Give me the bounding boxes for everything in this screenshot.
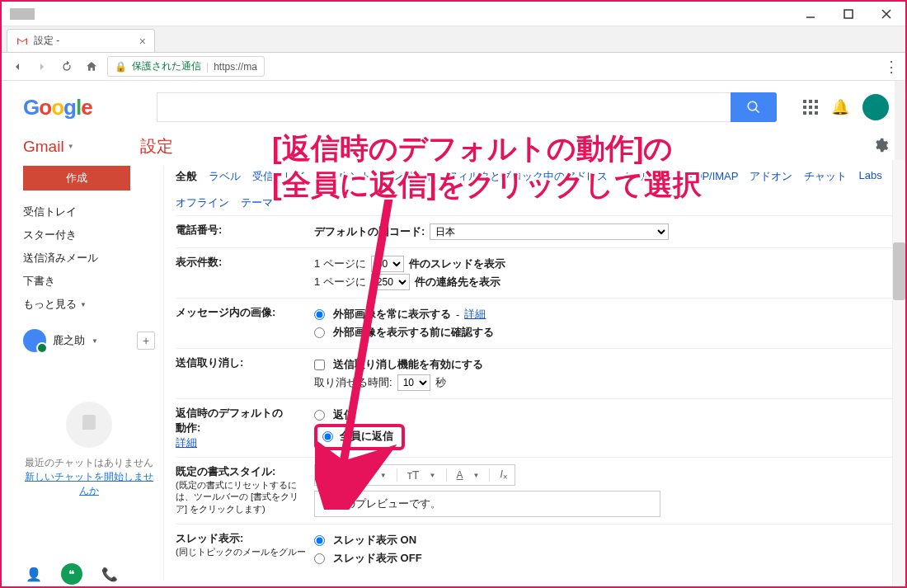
chevron-down-icon: ▼ (80, 301, 87, 308)
text: 送信取り消し機能を有効にする (333, 357, 483, 372)
browser-tab[interactable]: 設定 - × (7, 29, 155, 52)
reply-detail-link[interactable]: 詳細 (176, 436, 197, 449)
text-color-picker[interactable]: A (457, 469, 463, 481)
reload-button[interactable] (58, 58, 76, 76)
phone-icon[interactable]: 📞 (99, 563, 120, 585)
threads-per-page-select[interactable]: 50 (371, 256, 404, 272)
user-presence-avatar[interactable] (23, 329, 46, 352)
undo-send-checkbox[interactable] (314, 360, 325, 370)
setting-undo-send: 送信取り消し: 送信取り消し機能を有効にする 取り消せる時間:10秒 (176, 348, 905, 398)
google-logo[interactable]: Google (23, 95, 92, 120)
sidebar-item-drafts[interactable]: 下書き (23, 270, 155, 293)
back-button[interactable] (8, 58, 26, 76)
hangouts-footer: 👤 ❝ 📞 (23, 563, 120, 585)
setting-label: 送信取り消し: (176, 355, 314, 392)
sidebar-item-inbox[interactable]: 受信トレイ (23, 200, 155, 223)
hangouts-start-link[interactable]: 新しいチャットを開始しませんか (25, 471, 153, 496)
reply-radio[interactable] (314, 410, 325, 421)
thread-on-radio[interactable] (314, 535, 325, 546)
tab-offline[interactable]: オフライン (176, 195, 229, 210)
settings-main: 全般 ラベル 受信トレイ アカウントとインポート フィルタとブロック中のアドレス… (163, 166, 905, 581)
font-size-picker[interactable]: тT (407, 468, 420, 482)
images-detail-link[interactable]: 詳細 (464, 307, 486, 322)
address-bar[interactable]: 🔒 保護された通信 | https://ma (107, 56, 265, 77)
home-button[interactable] (82, 58, 101, 76)
gmail-search (157, 92, 777, 122)
window-close-button[interactable] (867, 2, 905, 26)
setting-label: 返信時のデフォルトの動作: 詳細 (176, 406, 314, 450)
text: スレッド表示 ON (333, 533, 416, 548)
sidebar-nav: 受信トレイ スター付き 送信済みメール 下書き もっと見る▼ (23, 200, 155, 316)
reply-all-radio[interactable] (322, 431, 333, 442)
svg-rect-1 (844, 10, 853, 18)
setting-label: 電話番号: (176, 223, 314, 241)
sidebar-more-toggle[interactable]: もっと見る▼ (23, 293, 155, 316)
tab-addons[interactable]: アドオン (750, 169, 792, 184)
window-maximize-button[interactable] (829, 2, 867, 26)
url-fragment: https://ma (214, 61, 257, 73)
obscured-region (10, 8, 35, 20)
setting-default-reply: 返信時のデフォルトの動作: 詳細 返信 全員に返信 (176, 398, 905, 457)
text: 返信 (333, 407, 355, 422)
forward-button[interactable] (33, 58, 51, 76)
images-ask-radio[interactable] (314, 327, 325, 338)
clear-formatting-button[interactable]: I× (500, 468, 507, 482)
window-minimize-button[interactable] (792, 2, 829, 26)
tab-general[interactable]: 全般 (176, 169, 197, 184)
search-input[interactable] (157, 92, 731, 122)
sidebar-item-starred[interactable]: スター付き (23, 223, 155, 247)
setting-thread-view: スレッド表示: (同じトピックのメールをグルー スレッド表示 ON スレッド表示… (176, 524, 905, 574)
tab-chat[interactable]: チャット (804, 169, 847, 184)
browser-menu-button[interactable]: ⋮ (884, 58, 899, 76)
notifications-icon[interactable]: 🔔 (831, 98, 849, 116)
gmail-sidebar: 作成 受信トレイ スター付き 送信済みメール 下書き もっと見る▼ 鹿之助 ▼ … (2, 166, 163, 581)
browser-tab-title: 設定 - (34, 34, 134, 48)
tab-labels[interactable]: ラベル (209, 169, 241, 184)
font-family-picker[interactable]: Sans Serif (322, 469, 370, 481)
page-title: 設定 (140, 135, 173, 158)
search-button[interactable] (731, 92, 777, 122)
format-toolbar[interactable]: Sans Serif▼ тT▼ A▼ I× (314, 464, 515, 486)
browser-toolbar: 🔒 保護された通信 | https://ma ⋮ (2, 53, 905, 81)
tab-close-icon[interactable]: × (139, 35, 146, 48)
hangouts-empty-text: 最近のチャットはありません (23, 456, 155, 470)
sidebar-item-sent[interactable]: 送信済みメール (23, 247, 155, 270)
contacts-per-page-select[interactable]: 250 (371, 274, 410, 290)
country-select[interactable]: 日本 (430, 223, 669, 240)
undo-time-select[interactable]: 10 (397, 374, 430, 391)
secure-label: 保護された通信 (132, 59, 201, 73)
settings-scrollbar[interactable] (892, 166, 905, 581)
style-preview: 本文のプレビューです。 (314, 491, 660, 517)
phone-code-label: デフォルトの国コード: (314, 224, 425, 239)
contacts-icon[interactable]: 👤 (23, 563, 45, 585)
text: 全員に返信 (340, 429, 393, 444)
text: スレッド表示 OFF (333, 551, 422, 566)
images-always-radio[interactable] (314, 309, 325, 320)
text: 外部画像を常に表示する (333, 307, 451, 322)
apps-icon[interactable] (803, 100, 818, 115)
tab-labs[interactable]: Labs (858, 169, 881, 184)
chevron-down-icon[interactable]: ▼ (92, 337, 98, 345)
hangouts-icon (66, 402, 112, 448)
annotation-callout: [返信時のデフォルトの動作]の[全員に返信]をクリックして選択 (272, 130, 702, 203)
settings-gear-icon[interactable] (872, 137, 889, 156)
setting-label: メッセージ内の画像: (176, 305, 314, 341)
browser-tab-strip: 設定 - × (2, 26, 905, 53)
text: 件の連絡先を表示 (415, 275, 500, 289)
gmail-product-switcher[interactable]: Gmail▼ (23, 138, 74, 156)
gmail-favicon-icon (16, 35, 29, 48)
chevron-down-icon: ▼ (68, 143, 74, 150)
text: 1 ページに (314, 256, 366, 271)
hangouts-account-row: 鹿之助 ▼ + (23, 329, 155, 352)
hangouts-icon[interactable]: ❝ (61, 563, 82, 585)
reply-all-option-highlight: 全員に返信 (314, 424, 405, 450)
setting-label: 既定の書式スタイル: (既定の書式にリセットするには、ツールバーの [書式をクリ… (176, 464, 314, 517)
thread-off-radio[interactable] (314, 553, 325, 564)
lock-icon: 🔒 (115, 61, 127, 73)
account-name: 鹿之助 (53, 333, 85, 348)
compose-button[interactable]: 作成 (23, 166, 130, 191)
tab-themes[interactable]: テーマ (241, 195, 273, 210)
new-chat-button[interactable]: + (137, 332, 155, 350)
account-avatar[interactable] (862, 94, 889, 120)
gmail-header: Google 🔔 (2, 81, 905, 130)
